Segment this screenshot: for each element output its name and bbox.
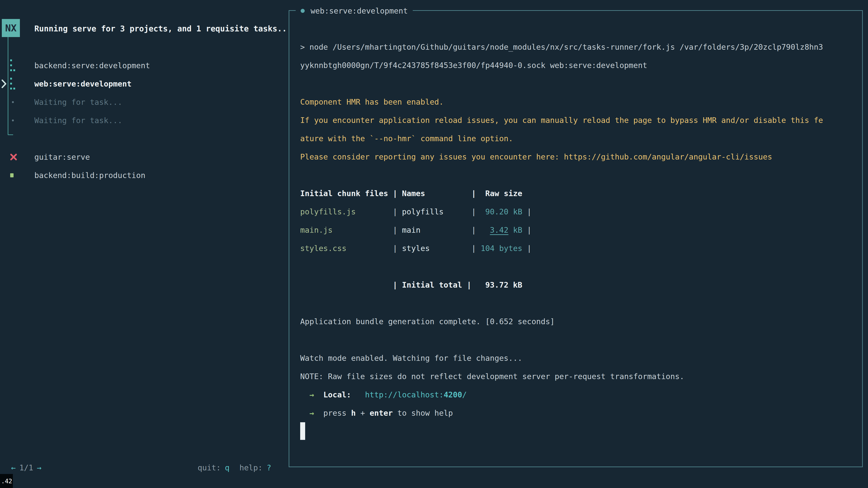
terminal-text-segment: yyknnbtgh0000gn/T/9f4c243785f8453e3f00/f… (300, 61, 647, 70)
terminal-line: Please consider reporting any issues you… (300, 148, 859, 166)
terminal-text-segment (300, 390, 309, 399)
terminal-line: NOTE: Raw file sizes do not reflect deve… (300, 367, 859, 386)
terminal-line: > node /Users/mhartington/Github/guitars… (300, 38, 859, 56)
terminal-text-segment: | (522, 225, 532, 234)
terminal-text-segment: h (351, 409, 355, 418)
task-label: Waiting for task... (0, 98, 122, 107)
running-status-bullet-icon (301, 9, 305, 13)
terminal-text-segment: press (323, 409, 351, 418)
terminal-line (300, 294, 859, 313)
terminal-text-segment: Initial chunk files | Names | Raw size (300, 189, 522, 198)
help-hint-label: help: (239, 459, 262, 477)
terminal-text-segment: Please consider reporting any issues you… (300, 152, 772, 161)
help-arrow-icon: → (309, 409, 314, 418)
terminal-text-segment: Component HMR has been enabled. (300, 97, 444, 106)
terminal-line (300, 258, 859, 276)
sidebar-header: Running serve for 3 projects, and 1 requ… (34, 20, 287, 38)
local-arrow-icon: → (309, 390, 314, 399)
terminal-text-segment: | (393, 207, 402, 216)
task-label: backend:serve:development (0, 61, 150, 70)
quit-key-hint: q (225, 459, 229, 477)
local-url-link[interactable]: / (462, 390, 467, 399)
local-url-link[interactable]: http://localhost: (365, 390, 444, 399)
terminal-line: Watch mode enabled. Watching for file ch… (300, 349, 859, 367)
terminal-text-segment: | (522, 244, 532, 253)
corner-overlay-badge: .42 (0, 474, 13, 488)
pagination: ← 1/1 → (11, 459, 41, 477)
terminal-text-segment: ature with the `--no-hmr` command line o… (300, 134, 513, 143)
terminal-text-segment: + (356, 409, 370, 418)
task-row[interactable]: guitar:serve (0, 148, 289, 166)
terminal-text-segment: enter (370, 409, 393, 418)
terminal-text-segment (314, 409, 323, 418)
terminal-text-segment (300, 409, 309, 418)
terminal-text-segment: styles.css (300, 244, 393, 253)
terminal-line: Initial chunk files | Names | Raw size (300, 184, 859, 203)
terminal-line (300, 166, 859, 184)
nx-tui-screen: NX Running serve for 3 projects, and 1 r… (0, 0, 868, 488)
terminal-title: web:serve:development (296, 5, 413, 17)
success-square-icon (10, 173, 14, 177)
help-key-hint: ? (267, 459, 271, 477)
terminal-line: → press h + enter to show help (300, 404, 859, 422)
terminal-text-segment: 104 bytes (480, 244, 522, 253)
task-row[interactable]: backend:serve:development (0, 56, 289, 74)
task-list: backend:serve:developmentweb:serve:devel… (0, 56, 289, 184)
terminal-text-segment: If you encounter application reload issu… (300, 116, 823, 125)
terminal-text-segment (476, 225, 490, 234)
quit-hint-label: quit: (197, 459, 221, 477)
selected-task-chevron-icon (1, 79, 7, 89)
terminal-line: yyknnbtgh0000gn/T/9f4c243785f8453e3f00/f… (300, 56, 859, 74)
terminal-text-segment: polyfills (402, 207, 443, 216)
spinner-icon (10, 77, 16, 91)
terminal-line: If you encounter application reload issu… (300, 111, 859, 129)
terminal-text-segment: polyfills.js (300, 207, 393, 216)
terminal-panel: web:serve:development > node /Users/mhar… (289, 10, 863, 467)
terminal-text-segment: | (393, 225, 402, 234)
terminal-line (300, 331, 859, 349)
task-row[interactable]: Waiting for task... (0, 111, 289, 129)
terminal-text-segment: | Initial total | 93.72 kB (300, 281, 522, 289)
terminal-line (300, 422, 859, 441)
task-list-spacer (0, 129, 289, 148)
terminal-line: main.js | main | 3.42 kB | (300, 221, 859, 239)
terminal-text-segment: main (402, 225, 421, 234)
terminal-text-segment (476, 244, 480, 253)
terminal-text-segment: 90.20 kB (485, 207, 522, 216)
sidebar: NX Running serve for 3 projects, and 1 r… (0, 0, 289, 488)
terminal-line: | Initial total | 93.72 kB (300, 276, 859, 294)
block-cursor (300, 422, 305, 440)
terminal-text-segment (476, 207, 485, 216)
task-row[interactable]: backend:build:production (0, 166, 289, 184)
terminal-line: → Local: http://localhost:4200/ (300, 386, 859, 404)
terminal-text-segment: to show help (393, 409, 453, 418)
terminal-text-segment (314, 390, 323, 399)
terminal-text-segment: | (444, 207, 476, 216)
spinner-icon (10, 59, 16, 72)
waiting-dot-icon (10, 118, 16, 123)
terminal-line: polyfills.js | polyfills | 90.20 kB | (300, 203, 859, 221)
terminal-line: styles.css | styles | 104 bytes | (300, 239, 859, 258)
terminal-line (300, 74, 859, 93)
terminal-text-segment: 3.42 (490, 225, 508, 234)
pagination-label: 1/1 (19, 459, 33, 477)
terminal-line: Component HMR has been enabled. (300, 93, 859, 111)
task-row[interactable]: Waiting for task... (0, 93, 289, 111)
task-row[interactable]: web:serve:development (0, 74, 289, 93)
terminal-text-segment: > node /Users/mhartington/Github/guitars… (300, 42, 823, 52)
terminal-title-text: web:serve:development (311, 6, 408, 15)
terminal-text-segment: | (522, 207, 532, 216)
terminal-text-segment: | (430, 244, 476, 253)
error-cross-icon (10, 153, 17, 161)
terminal-output: > node /Users/mhartington/Github/guitars… (300, 38, 859, 441)
local-url-link[interactable]: 4200 (444, 390, 462, 399)
terminal-text-segment: Watch mode enabled. Watching for file ch… (300, 354, 522, 363)
nx-logo: NX (2, 19, 20, 37)
pagination-next-icon[interactable]: → (37, 459, 41, 477)
keyboard-hints: quit: q help: ? (197, 459, 271, 477)
task-label: web:serve:development (0, 79, 131, 88)
terminal-line: Application bundle generation complete. … (300, 313, 859, 331)
waiting-dot-icon (10, 99, 16, 105)
task-label: backend:build:production (0, 171, 145, 180)
terminal-text-segment: | (393, 244, 402, 253)
